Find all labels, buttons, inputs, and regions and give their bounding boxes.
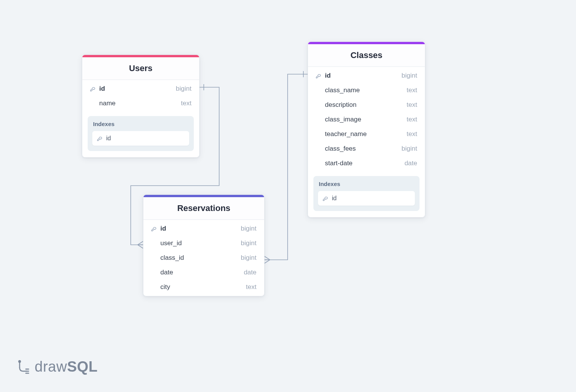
key-icon [316,73,325,79]
table-title: Users [82,57,199,80]
column-row[interactable]: class_idbigint [143,251,264,265]
indexes-box: Indexes id [88,116,194,151]
column-row[interactable]: class_feesbigint [308,141,425,156]
svg-line-1 [138,241,143,245]
column-type: text [246,283,256,291]
table-reservations[interactable]: Reservations idbigintuser_idbigintclass_… [143,194,265,296]
column-row[interactable]: descriptiontext [308,98,425,112]
column-type: text [407,101,417,109]
column-row[interactable]: idbigint [82,81,199,96]
column-type: date [405,159,417,167]
column-row[interactable]: idbigint [143,221,264,236]
key-icon [151,226,160,232]
column-name: date [160,269,244,276]
svg-point-9 [19,360,21,362]
index-name: id [106,135,111,142]
key-icon [90,86,99,92]
connector-classes-to-reservations [265,71,308,263]
column-name: id [325,72,401,80]
column-type: bigint [401,145,417,153]
column-row[interactable]: nametext [82,96,199,111]
column-name: teacher_name [325,130,407,138]
column-name: class_image [325,116,407,123]
key-icon [316,73,322,79]
key-icon [151,226,157,232]
column-row[interactable]: citytext [143,280,264,294]
svg-line-3 [138,245,143,248]
column-name: class_name [325,86,407,94]
column-name: user_id [160,239,241,247]
index-name: id [332,195,336,202]
column-name: city [160,283,246,291]
key-icon [323,195,329,201]
column-type: date [244,269,256,276]
column-type: text [407,130,417,138]
column-row[interactable]: user_idbigint [143,236,264,251]
column-type: bigint [401,72,417,80]
table-users[interactable]: Users idbigintnametext Indexes id [82,55,200,158]
column-row[interactable]: class_imagetext [308,112,425,127]
column-name: id [99,85,176,93]
column-name: class_fees [325,145,401,153]
table-title: Reservations [143,197,264,220]
svg-line-7 [265,260,270,263]
indexes-label: Indexes [318,181,415,187]
diagram-canvas[interactable]: Users idbigintnametext Indexes id Classe… [0,0,576,392]
indexes-box: Indexes id [313,176,420,211]
columns-list: idbigintclass_nametextdescriptiontextcla… [308,67,425,172]
index-item[interactable]: id [92,131,189,146]
indexes-label: Indexes [92,121,189,127]
column-row[interactable]: class_nametext [308,83,425,98]
column-type: text [407,116,417,123]
column-type: bigint [241,254,256,262]
svg-line-5 [265,256,270,260]
columns-list: idbigintuser_idbigintclass_idbigintdated… [143,220,264,296]
key-icon [90,86,96,92]
column-row[interactable]: datedate [143,265,264,280]
index-item[interactable]: id [318,191,415,206]
column-name: class_id [160,254,241,262]
table-title: Classes [308,44,425,67]
key-icon [97,135,103,141]
column-row[interactable]: idbigint [308,68,425,83]
brand-logo: drawSQL [16,359,98,375]
column-row[interactable]: teacher_nametext [308,127,425,141]
column-name: description [325,101,407,109]
column-name: start-date [325,159,405,167]
columns-list: idbigintnametext [82,80,199,112]
column-row[interactable]: start-datedate [308,156,425,171]
column-name: name [99,100,181,107]
column-name: id [160,225,241,233]
column-type: text [407,86,417,94]
brand-text: drawSQL [35,359,98,375]
column-type: text [181,100,191,107]
drawsql-icon [16,360,30,374]
table-classes[interactable]: Classes idbigintclass_nametextdescriptio… [308,42,425,218]
column-type: bigint [176,85,191,93]
column-type: bigint [241,225,256,233]
column-type: bigint [241,239,256,247]
